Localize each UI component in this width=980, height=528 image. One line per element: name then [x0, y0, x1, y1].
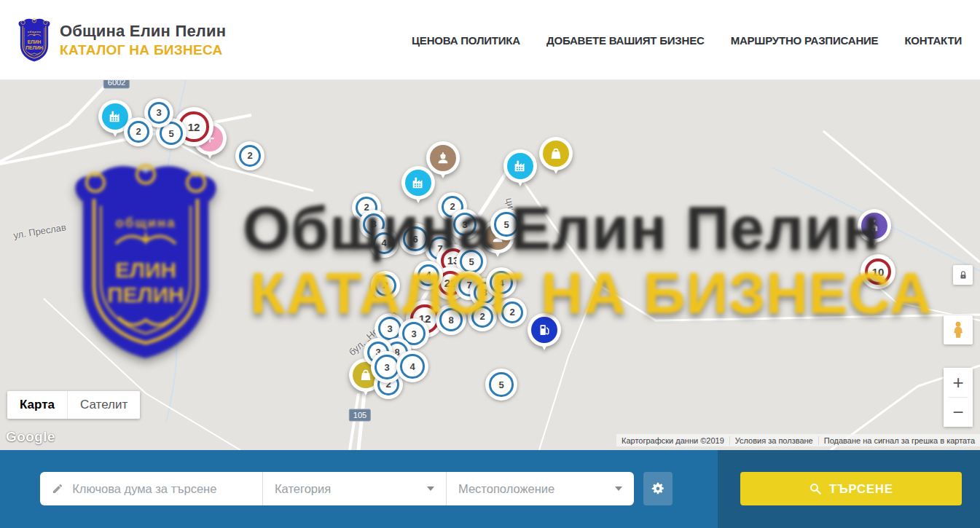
page: община ЕЛИН ПЕЛИН Община Елин Пелин КАТА…	[0, 0, 980, 528]
report-error-link[interactable]: Подаване на сигнал за грешка в картата	[818, 436, 980, 445]
main-nav: ЦЕНОВА ПОЛИТИКАДОБАВЕТЕ ВАШИЯТ БИЗНЕСМАР…	[412, 0, 962, 80]
chevron-down-icon	[615, 486, 622, 491]
cluster-marker[interactable]: 2	[498, 298, 527, 327]
church-pin[interactable]	[858, 209, 891, 243]
map-canvas[interactable]: 6002105 ул. Преславбул. „Новоселция 1253…	[0, 80, 980, 450]
road-label: 6002	[103, 80, 130, 89]
google-logo[interactable]: Google	[6, 429, 55, 445]
location-label: Местоположение	[458, 482, 554, 496]
cluster-marker[interactable]: 4	[396, 350, 428, 382]
road-label: 105	[349, 409, 371, 422]
pegman-control[interactable]	[944, 315, 973, 344]
factory-icon	[405, 170, 431, 196]
gear-icon	[650, 481, 666, 497]
cluster-marker[interactable]: 2	[468, 302, 497, 331]
svg-text:ПЕЛИН: ПЕЛИН	[26, 44, 43, 50]
map-type-control: Карта Сателит	[7, 391, 140, 419]
municipality-logo: община ЕЛИН ПЕЛИН	[16, 17, 52, 63]
shopping-pin[interactable]	[539, 137, 573, 170]
svg-text:ЕЛИН: ЕЛИН	[28, 39, 42, 44]
lock-icon	[958, 270, 968, 280]
pegman-icon	[949, 320, 968, 339]
map-view-button[interactable]: Карта	[7, 391, 67, 419]
cluster-marker[interactable]: 5	[485, 369, 517, 401]
nav-item-route-schedule[interactable]: МАРШРУТНО РАЗПИСАНИЕ	[731, 34, 879, 47]
site-subtitle: КАТАЛОГ НА БИЗНЕСА	[60, 42, 226, 58]
cluster-marker[interactable]: 2	[124, 117, 153, 146]
category-select[interactable]: Категория	[262, 472, 446, 505]
cluster-marker[interactable]: 2	[371, 271, 400, 300]
brand[interactable]: община ЕЛИН ПЕЛИН Община Елин Пелин КАТА…	[16, 17, 226, 63]
site-title: Община Елин Пелин	[60, 22, 226, 41]
fuel-icon	[531, 317, 557, 343]
category-label: Категория	[275, 482, 331, 496]
zoom-control: + −	[944, 368, 973, 427]
cluster-marker[interactable]: 6	[399, 223, 431, 255]
nav-item-add-business[interactable]: ДОБАВЕТЕ ВАШИЯТ БИЗНЕС	[546, 34, 705, 47]
search-icon	[809, 482, 822, 495]
factory-pin[interactable]	[503, 149, 537, 183]
church-icon	[861, 213, 887, 239]
chevron-down-icon	[427, 486, 434, 491]
satellite-view-button[interactable]: Сателит	[67, 391, 140, 419]
terms-link[interactable]: Условия за ползване	[729, 436, 818, 445]
cluster-marker[interactable]: 4	[486, 267, 517, 298]
svg-text:община: община	[28, 29, 42, 33]
lock-control[interactable]	[953, 265, 973, 285]
pencil-icon	[52, 482, 63, 495]
bag-icon	[543, 141, 569, 167]
cluster-marker[interactable]: 4	[369, 229, 399, 258]
location-select[interactable]: Местоположение	[446, 472, 634, 505]
search-button-label: ТЪРСЕНЕ	[829, 482, 893, 496]
search-panel-right: ТЪРСЕНЕ	[718, 450, 980, 528]
cluster-marker[interactable]: 4	[414, 261, 443, 290]
factory-pin[interactable]	[401, 166, 435, 200]
cluster-marker[interactable]: 5	[490, 208, 522, 240]
nav-item-contacts[interactable]: КОНТАКТИ	[904, 34, 962, 47]
keyword-input[interactable]	[72, 482, 251, 496]
cluster-marker[interactable]: 3	[450, 209, 480, 240]
factory-icon	[507, 153, 533, 179]
map-attribution: Картографски данни ©2019Условия за ползв…	[616, 434, 980, 446]
search-button[interactable]: ТЪРСЕНЕ	[740, 472, 962, 505]
cluster-marker[interactable]: 10	[861, 254, 895, 289]
brand-text: Община Елин Пелин КАТАЛОГ НА БИЗНЕСА	[60, 22, 226, 58]
cluster-marker[interactable]: 8	[436, 304, 466, 335]
search-bar: Категория Местоположение ТЪРСЕНЕ	[0, 450, 980, 528]
zoom-out-button[interactable]: −	[944, 398, 973, 427]
keyword-field[interactable]	[40, 472, 262, 505]
nav-item-pricing[interactable]: ЦЕНОВА ПОЛИТИКА	[412, 34, 520, 47]
zoom-in-button[interactable]: +	[944, 368, 973, 397]
search-pill: Категория Местоположение	[40, 472, 634, 505]
settings-button[interactable]	[643, 472, 673, 505]
map-copyright: Картографски данни ©2019	[616, 436, 729, 445]
fuel-pin[interactable]	[528, 313, 561, 347]
header: община ЕЛИН ПЕЛИН Община Елин Пелин КАТА…	[0, 0, 980, 80]
cluster-marker[interactable]: 2	[235, 141, 264, 170]
